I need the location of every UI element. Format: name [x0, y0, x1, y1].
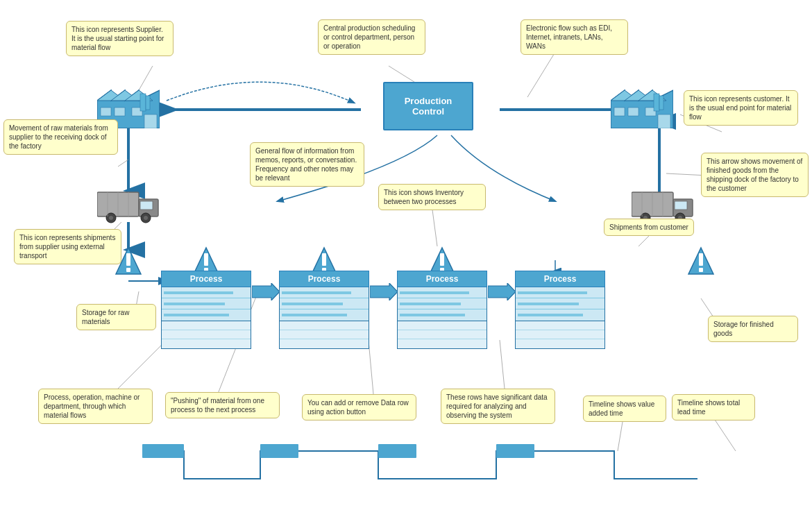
tooltip-timeline-value: Timeline shows value added time: [583, 396, 666, 422]
svg-rect-70: [126, 268, 130, 272]
svg-rect-86: [142, 444, 184, 458]
svg-point-52: [109, 216, 113, 220]
process-box-1: Process: [161, 271, 251, 349]
svg-marker-85: [488, 283, 516, 300]
svg-rect-36: [140, 94, 146, 111]
process-2-header: Process: [279, 271, 369, 287]
tooltip-push-arrow: "Pushing" of material from one process t…: [165, 392, 280, 418]
svg-rect-89: [496, 444, 534, 458]
svg-rect-50: [140, 201, 153, 210]
svg-rect-43: [628, 108, 638, 116]
svg-rect-35: [144, 114, 157, 128]
svg-rect-78: [440, 253, 444, 266]
svg-point-54: [144, 216, 148, 220]
process-3-header: Process: [397, 271, 487, 287]
supplier-truck: [97, 189, 160, 225]
push-arrow-2: [370, 283, 398, 302]
tooltip-data-row: You can add or remove Data row using act…: [302, 394, 416, 420]
customer-factory: [611, 76, 673, 128]
tooltip-storage-raw: Storage for raw materials: [76, 304, 156, 330]
tooltip-shipments-customer: Shipments from customer: [604, 219, 694, 236]
process-box-4: Process: [515, 271, 605, 349]
svg-rect-88: [378, 444, 416, 458]
timeline-svg: [142, 437, 697, 493]
production-control-box: Production Control: [383, 82, 473, 130]
tooltip-electronic-flow: Electronic flow such as EDI, Internet, i…: [521, 19, 628, 55]
tooltip-inventory-icon: This icon shows Inventory between two pr…: [378, 184, 486, 210]
svg-rect-45: [658, 114, 670, 128]
svg-rect-37: [146, 96, 150, 110]
svg-rect-42: [614, 108, 625, 116]
tooltip-production-scheduling: Central production scheduling or control…: [318, 19, 425, 55]
tooltip-timeline-lead: Timeline shows total lead time: [672, 394, 755, 420]
tooltip-finished-goods: This arrow shows movement of finished go…: [701, 153, 809, 197]
process-1-header: Process: [161, 271, 251, 287]
svg-line-14: [118, 160, 128, 167]
tooltip-info-flow: General flow of information from memos, …: [250, 142, 364, 187]
svg-rect-82: [699, 268, 703, 272]
svg-rect-47: [659, 96, 663, 110]
tooltip-process-op: Process, operation, machine or departmen…: [38, 389, 153, 424]
svg-rect-32: [101, 108, 111, 116]
svg-rect-69: [126, 253, 130, 266]
svg-rect-75: [322, 253, 326, 266]
tooltip-supplier-shipment: This icon represents shipments from supp…: [14, 229, 121, 264]
svg-line-12: [389, 66, 416, 83]
svg-rect-72: [204, 253, 208, 266]
process-box-2: Process: [279, 271, 369, 349]
svg-line-13: [527, 52, 555, 97]
push-arrow-3: [488, 283, 516, 302]
tooltip-raw-material-movement: Movement of raw materials from supplier …: [3, 119, 118, 155]
production-control-label: Production Control: [405, 96, 452, 117]
svg-marker-84: [370, 283, 398, 300]
svg-rect-60: [675, 201, 687, 210]
diagram-container: { "title": "Value Stream Map Legend", "t…: [0, 0, 812, 510]
process-4-header: Process: [515, 271, 605, 287]
tooltip-data-rows-info: These rows have significant data require…: [441, 389, 555, 424]
tooltip-customer-end: This icon represents customer. It is the…: [684, 90, 798, 126]
svg-rect-81: [699, 253, 703, 266]
svg-rect-87: [260, 444, 298, 458]
push-arrow-1: [252, 283, 280, 302]
inventory-triangle-5: [687, 246, 715, 279]
process-box-3: Process: [397, 271, 487, 349]
svg-rect-46: [654, 94, 659, 111]
svg-rect-33: [115, 108, 125, 116]
tooltip-storage-finished: Storage for finished goods: [708, 316, 798, 342]
tooltip-supplier: This icon represents Supplier. It is the…: [66, 21, 174, 56]
svg-marker-83: [252, 283, 280, 300]
